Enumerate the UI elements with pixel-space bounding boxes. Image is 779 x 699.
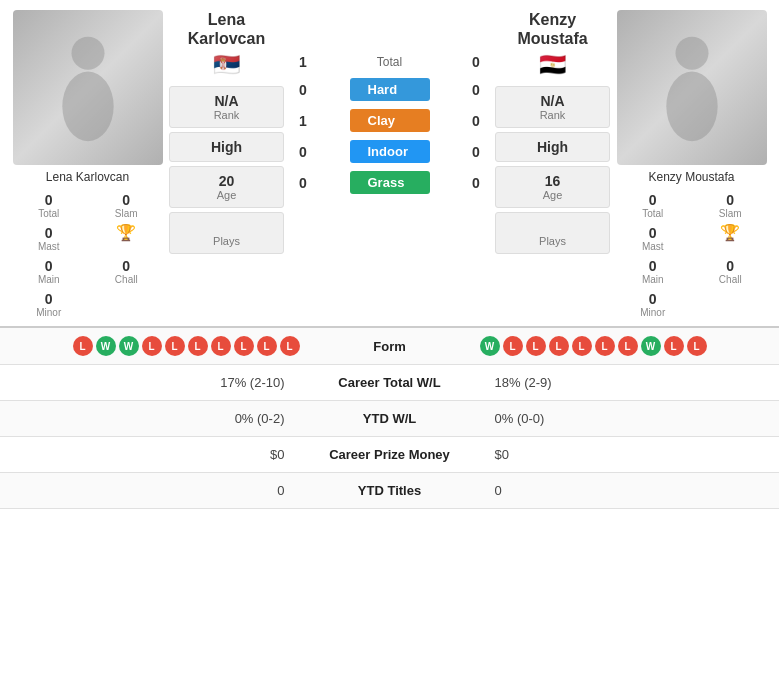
right-player-silhouette [652, 33, 732, 143]
grass-compare-row: 0 Grass 0 [288, 171, 491, 194]
right-player-name: Kenzy Moustafa [648, 170, 734, 184]
right-stat-total: 0 Total [614, 189, 692, 222]
svg-point-2 [675, 36, 708, 69]
form-badge-right: L [549, 336, 569, 356]
form-badge-right: L [526, 336, 546, 356]
form-right-badges: WLLLLLLWLL [480, 336, 770, 356]
left-age-box: 20 Age [169, 166, 284, 208]
prize-money-right: $0 [480, 447, 770, 462]
form-badge-right: W [480, 336, 500, 356]
left-player-stats: 0 Total 0 Slam 0 Mast 🏆 0 Main [10, 189, 165, 321]
right-player-big-name: Kenzy Moustafa [495, 10, 610, 48]
right-info-grid: N/A Rank High 16 Age Plays [495, 86, 610, 258]
ytd-wl-label: YTD W/L [300, 411, 480, 426]
right-high-box: High [495, 132, 610, 162]
ytd-wl-row: 0% (0-2) YTD W/L 0% (0-0) [0, 401, 779, 437]
ytd-titles-left: 0 [10, 483, 300, 498]
ytd-titles-row: 0 YTD Titles 0 [0, 473, 779, 509]
indoor-compare-row: 0 Indoor 0 [288, 140, 491, 163]
left-player-big-name: Lena Karlovcan [169, 10, 284, 48]
left-stat-main2: 0 Main [10, 255, 88, 288]
ytd-titles-right: 0 [480, 483, 770, 498]
clay-badge-area: Clay [318, 109, 461, 132]
top-compare-area: Lena Karlovcan 0 Total 0 Slam 0 Mast 🏆 [0, 0, 779, 321]
right-stat-main2: 0 Main [614, 255, 692, 288]
right-trophy-icon: 🏆 [692, 222, 770, 255]
clay-badge: Clay [350, 109, 430, 132]
total-compare-row: 1 Total 0 [288, 54, 491, 70]
right-stat-mast: 0 Mast [614, 222, 692, 255]
right-stat-minor: 0 Minor [614, 288, 692, 321]
form-badge-left: L [280, 336, 300, 356]
form-badge-left: L [165, 336, 185, 356]
right-player-avatar [617, 10, 767, 165]
left-player-block: Lena Karlovcan 0 Total 0 Slam 0 Mast 🏆 [10, 10, 165, 321]
left-info-grid: N/A Rank High 20 Age Plays [169, 86, 284, 258]
prize-money-label: Career Prize Money [300, 447, 480, 462]
right-player-block: Kenzy Moustafa 0 Total 0 Slam 0 Mast 🏆 [614, 10, 769, 321]
form-badge-right: L [572, 336, 592, 356]
bottom-stats-table: LWWLLLLLLL Form WLLLLLLWLL 17% (2-10) Ca… [0, 326, 779, 509]
right-center-info: Kenzy Moustafa 🇪🇬 N/A Rank High 16 Age P… [495, 10, 610, 321]
grass-badge: Grass [350, 171, 430, 194]
total-label-area: Total [318, 55, 461, 69]
indoor-badge: Indoor [350, 140, 430, 163]
career-total-left: 17% (2-10) [10, 375, 300, 390]
ytd-wl-left: 0% (0-2) [10, 411, 300, 426]
hard-badge-area: Hard [318, 78, 461, 101]
left-player-name: Lena Karlovcan [46, 170, 129, 184]
form-badge-right: L [618, 336, 638, 356]
left-trophy-icon: 🏆 [88, 222, 166, 255]
form-badge-left: L [234, 336, 254, 356]
left-plays-box: Plays [169, 212, 284, 254]
left-rank-box: N/A Rank [169, 86, 284, 128]
grass-badge-area: Grass [318, 171, 461, 194]
right-age-box: 16 Age [495, 166, 610, 208]
form-badge-left: L [211, 336, 231, 356]
form-left-badges: LWWLLLLLLL [10, 336, 300, 356]
right-stat-chall: 0 Chall [692, 255, 770, 288]
left-stat-mast: 0 Mast [10, 222, 88, 255]
left-high-box: High [169, 132, 284, 162]
svg-point-3 [666, 71, 717, 141]
svg-point-0 [71, 36, 104, 69]
left-stat-chall: 0 Chall [88, 255, 166, 288]
form-badge-right: W [641, 336, 661, 356]
hard-badge: Hard [350, 78, 430, 101]
career-total-right: 18% (2-9) [480, 375, 770, 390]
form-badge-left: L [188, 336, 208, 356]
form-badge-left: L [142, 336, 162, 356]
form-row: LWWLLLLLLL Form WLLLLLLWLL [0, 328, 779, 365]
clay-compare-row: 1 Clay 0 [288, 109, 491, 132]
prize-money-left: $0 [10, 447, 300, 462]
form-badge-left: W [96, 336, 116, 356]
form-badge-left: W [119, 336, 139, 356]
content-area: Lena Karlovcan 0 Total 0 Slam 0 Mast 🏆 [0, 0, 779, 509]
svg-point-1 [62, 71, 113, 141]
right-flag: 🇪🇬 [539, 52, 566, 78]
career-total-label: Career Total W/L [300, 375, 480, 390]
form-badge-right: L [595, 336, 615, 356]
right-rank-box: N/A Rank [495, 86, 610, 128]
prize-money-row: $0 Career Prize Money $0 [0, 437, 779, 473]
form-badge-right: L [687, 336, 707, 356]
right-plays-box: Plays [495, 212, 610, 254]
form-badge-right: L [664, 336, 684, 356]
form-badge-left: L [73, 336, 93, 356]
left-stat-minor: 0 Minor [10, 288, 88, 321]
right-stat-slam: 0 Slam [692, 189, 770, 222]
right-player-stats: 0 Total 0 Slam 0 Mast 🏆 0 Main [614, 189, 769, 321]
form-badge-right: L [503, 336, 523, 356]
hard-compare-row: 0 Hard 0 [288, 78, 491, 101]
form-badge-left: L [257, 336, 277, 356]
middle-badges-col: 1 Total 0 0 Hard 0 1 Clay 0 [288, 10, 491, 321]
left-stat-total: 0 Total [10, 189, 88, 222]
left-player-silhouette [48, 33, 128, 143]
indoor-badge-area: Indoor [318, 140, 461, 163]
form-label: Form [300, 339, 480, 354]
ytd-wl-right: 0% (0-0) [480, 411, 770, 426]
left-player-avatar [13, 10, 163, 165]
career-total-row: 17% (2-10) Career Total W/L 18% (2-9) [0, 365, 779, 401]
left-flag: 🇷🇸 [213, 52, 240, 78]
ytd-titles-label: YTD Titles [300, 483, 480, 498]
